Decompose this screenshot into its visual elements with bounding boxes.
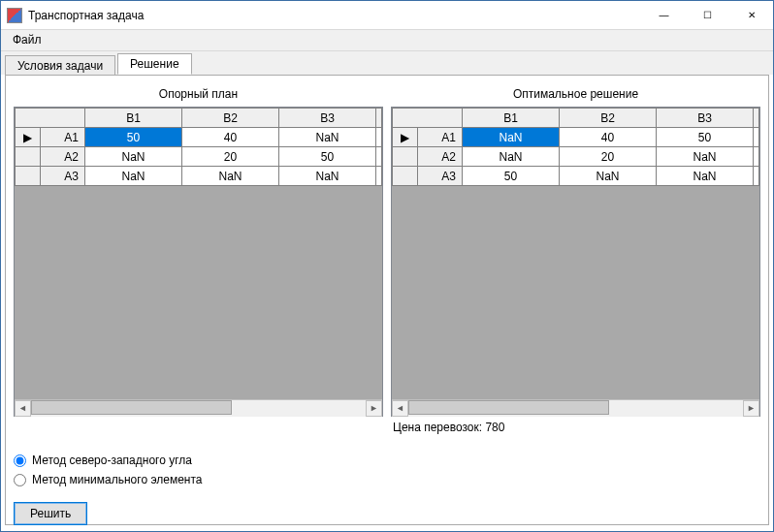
scroll-left-icon[interactable]: ◄ bbox=[15, 400, 31, 417]
col-header[interactable]: B4 bbox=[376, 109, 382, 128]
scroll-left-icon[interactable]: ◄ bbox=[392, 400, 408, 417]
grid-cell[interactable]: NaN bbox=[279, 167, 376, 186]
solve-button[interactable]: Решить bbox=[14, 502, 87, 525]
row-header[interactable]: A2 bbox=[418, 147, 463, 167]
grid-cell[interactable]: NaN bbox=[182, 167, 279, 186]
grid-cell[interactable]: 50 bbox=[85, 128, 182, 147]
grid-cell[interactable] bbox=[376, 128, 382, 147]
radio-minimal[interactable]: Метод минимального элемента bbox=[14, 473, 760, 486]
grid-cell[interactable]: 50 bbox=[463, 167, 560, 186]
grid-cell[interactable] bbox=[754, 128, 759, 147]
table-row[interactable]: A2NaN20NaN bbox=[393, 147, 759, 167]
close-button[interactable]: ✕ bbox=[729, 1, 773, 29]
col-header[interactable]: B1 bbox=[463, 109, 560, 128]
col-header[interactable]: B2 bbox=[182, 109, 279, 128]
grid-cell[interactable]: NaN bbox=[463, 147, 560, 167]
radio-minimal-label: Метод минимального элемента bbox=[32, 473, 203, 486]
table-row[interactable]: A3NaNNaNNaN bbox=[16, 167, 382, 186]
tab-solution[interactable]: Решение bbox=[117, 53, 191, 75]
price-label: Цена перевозок: 780 bbox=[391, 417, 760, 434]
left-grid[interactable]: B1B2B3B4▶A15040NaNA2NaN2050A3NaNNaNNaN ◄… bbox=[14, 107, 383, 417]
row-marker-icon: ▶ bbox=[401, 131, 409, 144]
row-header[interactable]: A1 bbox=[41, 128, 85, 147]
app-icon bbox=[7, 8, 22, 23]
grid-cell[interactable]: NaN bbox=[657, 167, 754, 186]
minimize-button[interactable]: — bbox=[642, 1, 686, 29]
grid-cell[interactable]: 40 bbox=[560, 128, 657, 147]
row-header[interactable]: A2 bbox=[41, 147, 85, 167]
table-row[interactable]: ▶A15040NaN bbox=[16, 128, 382, 147]
right-hscrollbar[interactable]: ◄ ► bbox=[392, 399, 759, 416]
col-header[interactable]: B3 bbox=[657, 109, 754, 128]
grid-cell[interactable]: NaN bbox=[657, 147, 754, 167]
grid-cell[interactable]: 20 bbox=[182, 147, 279, 167]
radio-northwest-input[interactable] bbox=[14, 454, 26, 467]
grid-cell[interactable] bbox=[754, 147, 759, 167]
titlebar: Транспортная задача — ☐ ✕ bbox=[1, 1, 773, 30]
tabstrip: Условия задачи Решение bbox=[1, 51, 773, 75]
tabpage-solution: Опорный план B1B2B3B4▶A15040NaNA2NaN2050… bbox=[5, 75, 769, 525]
left-hscrollbar[interactable]: ◄ ► bbox=[15, 399, 382, 416]
grid-cell[interactable]: NaN bbox=[85, 147, 182, 167]
grid-cell[interactable] bbox=[376, 167, 382, 186]
col-header[interactable]: B2 bbox=[560, 109, 657, 128]
row-header[interactable]: A1 bbox=[418, 128, 463, 147]
grid-cell[interactable]: NaN bbox=[463, 128, 560, 147]
scroll-right-icon[interactable]: ► bbox=[743, 400, 759, 417]
right-title: Оптимальное решение bbox=[391, 83, 760, 107]
menubar: Файл bbox=[1, 30, 773, 51]
table-row[interactable]: ▶A1NaN4050 bbox=[393, 128, 759, 147]
scroll-thumb[interactable] bbox=[408, 400, 609, 415]
scroll-right-icon[interactable]: ► bbox=[366, 400, 382, 417]
pane-left: Опорный план B1B2B3B4▶A15040NaNA2NaN2050… bbox=[14, 83, 383, 434]
left-title: Опорный план bbox=[14, 83, 383, 107]
grid-cell[interactable] bbox=[376, 147, 382, 167]
col-header[interactable]: B1 bbox=[85, 109, 182, 128]
radio-northwest[interactable]: Метод северо-западного угла bbox=[14, 454, 760, 467]
grid-cell[interactable]: NaN bbox=[560, 167, 657, 186]
radio-northwest-label: Метод северо-западного угла bbox=[32, 454, 192, 467]
col-header[interactable]: B3 bbox=[279, 109, 376, 128]
method-radios: Метод северо-западного угла Метод минима… bbox=[14, 454, 760, 486]
pane-right: Оптимальное решение B1B2B3B4▶A1NaN4050A2… bbox=[391, 83, 760, 434]
grid-cell[interactable]: 50 bbox=[279, 147, 376, 167]
radio-minimal-input[interactable] bbox=[14, 474, 26, 486]
window-title: Транспортная задача bbox=[28, 9, 144, 22]
row-header[interactable]: A3 bbox=[418, 167, 463, 186]
grid-cell[interactable]: 20 bbox=[560, 147, 657, 167]
maximize-button[interactable]: ☐ bbox=[686, 1, 729, 29]
row-marker-icon: ▶ bbox=[23, 131, 32, 144]
row-header[interactable]: A3 bbox=[41, 167, 85, 186]
grid-corner bbox=[16, 109, 85, 128]
menu-file[interactable]: Файл bbox=[5, 30, 49, 50]
grid-cell[interactable]: 40 bbox=[182, 128, 279, 147]
col-header[interactable]: B4 bbox=[754, 109, 759, 128]
tab-conditions[interactable]: Условия задачи bbox=[5, 55, 115, 76]
right-grid[interactable]: B1B2B3B4▶A1NaN4050A2NaN20NaNA350NaNNaN ◄… bbox=[391, 107, 760, 417]
grid-cell[interactable]: 50 bbox=[657, 128, 754, 147]
table-row[interactable]: A350NaNNaN bbox=[393, 167, 759, 186]
table-row[interactable]: A2NaN2050 bbox=[16, 147, 382, 167]
grid-cell[interactable]: NaN bbox=[85, 167, 182, 186]
grid-corner bbox=[393, 109, 463, 128]
scroll-thumb[interactable] bbox=[31, 400, 232, 415]
grid-cell[interactable] bbox=[754, 167, 759, 186]
grid-cell[interactable]: NaN bbox=[279, 128, 376, 147]
